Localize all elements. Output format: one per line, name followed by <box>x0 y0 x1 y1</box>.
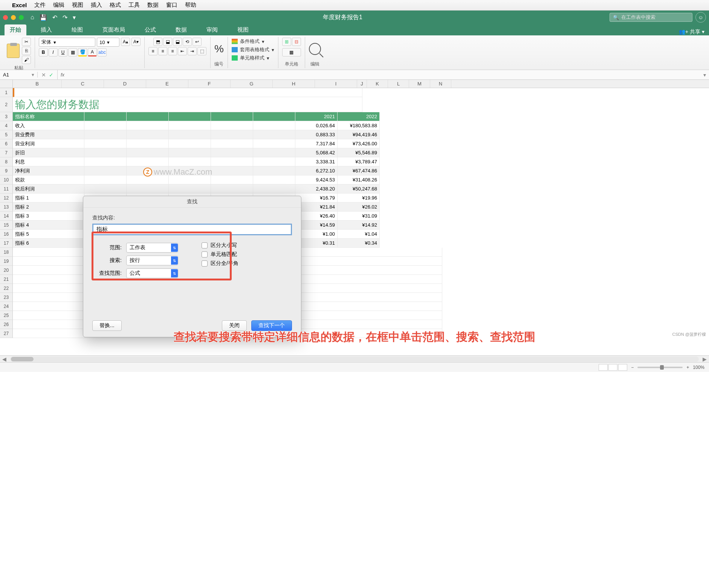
align-bottom-icon[interactable]: ⬓ <box>173 38 182 46</box>
match-width-checkbox[interactable]: 区分全/半角 <box>202 260 238 267</box>
row-header[interactable]: 23 <box>0 293 13 302</box>
row-header[interactable]: 1 <box>0 88 13 97</box>
cell[interactable]: ¥0.34 <box>338 239 380 248</box>
orientation-icon[interactable]: ⟲ <box>183 38 192 46</box>
format-painter-icon[interactable]: 🖌 <box>22 56 31 64</box>
cell[interactable]: ¥94,419.46 <box>338 130 380 139</box>
cut-icon[interactable]: ✂ <box>22 38 31 46</box>
cell[interactable] <box>84 130 127 139</box>
quick-access-more-icon[interactable]: ▾ <box>73 14 76 21</box>
cell[interactable]: 指标 3 <box>13 212 84 221</box>
cell-style-button[interactable]: 单元格样式 ▾ <box>232 54 269 62</box>
cell[interactable]: 收入 <box>13 121 84 130</box>
tab-insert[interactable]: 插入 <box>35 24 57 35</box>
table-format-button[interactable]: 套用表格格式 ▾ <box>232 46 274 53</box>
column-header[interactable]: M <box>409 80 430 88</box>
row-header[interactable]: 18 <box>0 248 13 257</box>
row-header[interactable]: 10 <box>0 175 13 184</box>
cell[interactable] <box>253 184 295 193</box>
cancel-formula-icon[interactable]: ✕ <box>41 72 46 78</box>
menu-view[interactable]: 视图 <box>72 2 83 9</box>
cell[interactable] <box>84 139 127 148</box>
decrease-indent-icon[interactable]: ⇤ <box>178 47 187 55</box>
cell[interactable]: ¥14.59 <box>295 221 338 230</box>
cell[interactable]: 净利润 <box>13 166 84 175</box>
zoom-slider[interactable] <box>637 367 683 368</box>
tab-draw[interactable]: 绘图 <box>66 24 88 35</box>
cell[interactable]: 指标 4 <box>13 221 84 230</box>
redo-icon[interactable]: ↷ <box>63 14 67 21</box>
confirm-formula-icon[interactable]: ✓ <box>49 72 53 78</box>
cell[interactable]: 2,438.20 <box>295 184 338 193</box>
cell[interactable]: 6,272.10 <box>295 166 338 175</box>
column-header[interactable]: C <box>62 80 104 88</box>
cell[interactable]: 输入您的财务数据 <box>13 97 362 112</box>
cell[interactable] <box>211 166 253 175</box>
cell[interactable] <box>169 121 211 130</box>
cell[interactable]: 指标名称 <box>13 112 84 121</box>
cell[interactable] <box>211 112 253 121</box>
name-box[interactable]: A1▾ <box>0 72 38 78</box>
cell[interactable]: 0,026.64 <box>295 121 338 130</box>
cell[interactable]: 5,068.42 <box>295 148 338 157</box>
save-icon[interactable]: 💾 <box>40 14 47 21</box>
cell[interactable]: 税后利润 <box>13 184 84 193</box>
cell[interactable] <box>211 121 253 130</box>
column-header[interactable]: I <box>315 80 357 88</box>
cell[interactable]: 营业利润 <box>13 139 84 148</box>
cell[interactable]: ¥21.84 <box>295 203 338 212</box>
cell[interactable]: ¥14.92 <box>338 221 380 230</box>
search-direction-select[interactable]: 按行⇅ <box>126 256 178 265</box>
cell[interactable] <box>253 130 295 139</box>
tab-home[interactable]: 开始 <box>5 24 26 35</box>
select-all-corner[interactable] <box>0 80 13 88</box>
zoom-level[interactable]: 100% <box>693 365 704 370</box>
cell[interactable]: ¥16.79 <box>295 193 338 203</box>
tab-view[interactable]: 视图 <box>232 24 254 35</box>
column-header[interactable]: E <box>146 80 188 88</box>
row-header[interactable]: 6 <box>0 139 13 148</box>
bold-button[interactable]: B <box>39 48 48 56</box>
find-icon[interactable] <box>309 43 321 55</box>
cell[interactable]: ¥73,426.00 <box>338 139 380 148</box>
cell[interactable]: ¥50,247.68 <box>338 184 380 193</box>
cell[interactable]: ¥31,408.26 <box>338 175 380 184</box>
align-top-icon[interactable]: ⬒ <box>153 38 162 46</box>
cell[interactable] <box>169 112 211 121</box>
cell[interactable] <box>169 157 211 166</box>
format-cells-icon[interactable]: ▦ <box>282 48 301 56</box>
cell[interactable] <box>169 148 211 157</box>
cell[interactable] <box>169 139 211 148</box>
scroll-right-icon[interactable]: ▶ <box>700 356 709 362</box>
cell[interactable] <box>253 121 295 130</box>
cell[interactable] <box>253 166 295 175</box>
wrap-text-icon[interactable]: ↩ <box>193 38 202 46</box>
font-color-button[interactable]: A <box>88 48 97 56</box>
cell[interactable]: ¥26.40 <box>295 212 338 221</box>
row-header[interactable]: 24 <box>0 302 13 311</box>
row-header[interactable]: 15 <box>0 221 13 230</box>
conditional-format-button[interactable]: 条件格式 ▾ <box>232 38 264 45</box>
cell[interactable] <box>84 148 127 157</box>
row-header[interactable]: 8 <box>0 157 13 166</box>
row-header[interactable]: 17 <box>0 239 13 248</box>
delete-cells-icon[interactable]: ⊟ <box>292 38 301 46</box>
cell[interactable] <box>253 157 295 166</box>
cell[interactable] <box>211 148 253 157</box>
cell[interactable]: 0,883.33 <box>295 130 338 139</box>
column-header[interactable]: B <box>13 80 62 88</box>
tab-formulas[interactable]: 公式 <box>139 24 161 35</box>
cell[interactable]: 税款 <box>13 175 84 184</box>
menu-data[interactable]: 数据 <box>147 2 159 9</box>
font-size-select[interactable]: 10▾ <box>97 38 119 47</box>
cell[interactable] <box>211 139 253 148</box>
merge-cells-icon[interactable]: ⬚ <box>197 47 206 55</box>
cell[interactable]: 指标 5 <box>13 230 84 239</box>
paste-button[interactable] <box>7 44 20 58</box>
cell[interactable]: ¥67,474.86 <box>338 166 380 175</box>
row-header[interactable]: 3 <box>0 112 13 121</box>
row-header[interactable]: 20 <box>0 266 13 275</box>
cell[interactable]: ¥1.00 <box>295 230 338 239</box>
formula-expand-icon[interactable]: ▾ <box>700 72 709 78</box>
menu-edit[interactable]: 编辑 <box>53 2 64 9</box>
